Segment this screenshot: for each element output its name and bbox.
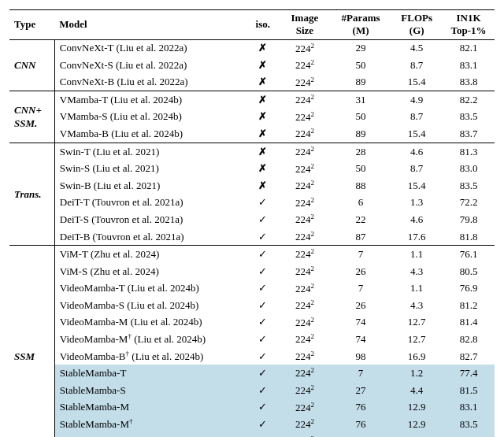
params: 98 bbox=[331, 348, 391, 365]
flops: 17.6 bbox=[391, 228, 443, 246]
flops: 12.7 bbox=[391, 314, 443, 331]
iso-cell: ✗ bbox=[247, 125, 279, 143]
top1: 72.2 bbox=[443, 194, 495, 212]
model-name: DeiT-B (Touvron et al. 2021a) bbox=[54, 228, 246, 246]
model-name: ConvNeXt-T (Liu et al. 2022a) bbox=[54, 39, 246, 57]
flops: 1.1 bbox=[391, 280, 443, 298]
table-row: DeiT-B (Touvron et al. 2021a)✓22428717.6… bbox=[9, 228, 495, 246]
col-type: Type bbox=[9, 10, 54, 40]
col-iso: iso. bbox=[247, 10, 279, 40]
table-row: StableMamba-M✓22427612.983.1 bbox=[9, 399, 495, 417]
iso-cell: ✓ bbox=[247, 416, 279, 433]
top1: 83.7 bbox=[443, 125, 495, 143]
table-row: DeiT-T (Touvron et al. 2021a)✓224261.372… bbox=[9, 194, 495, 212]
iso-cell: ✓ bbox=[247, 246, 279, 263]
params: 74 bbox=[331, 314, 391, 331]
iso-cell: ✓ bbox=[247, 211, 279, 228]
top1: 83.5 bbox=[443, 109, 495, 126]
model-name: DeiT-S (Touvron et al. 2021a) bbox=[54, 211, 246, 228]
model-name: VideoMamba-B† (Liu et al. 2024b) bbox=[54, 348, 246, 365]
table-row: VideoMamba-B† (Liu et al. 2024b)✓2242981… bbox=[9, 348, 495, 365]
table-row: DeiT-S (Touvron et al. 2021a)✓2242224.67… bbox=[9, 211, 495, 228]
flops: 4.3 bbox=[391, 263, 443, 280]
top1: 83.5 bbox=[443, 416, 495, 433]
flops: 16.9 bbox=[391, 348, 443, 365]
table-row: VMamba-S (Liu et al. 2024b)✗2242508.783.… bbox=[9, 109, 495, 126]
top1: 76.1 bbox=[443, 246, 495, 263]
iso-cell: ✓ bbox=[247, 399, 279, 417]
iso-cell: ✓ bbox=[247, 280, 279, 298]
flops: 15.4 bbox=[391, 177, 443, 194]
iso-cell: ✓ bbox=[247, 194, 279, 212]
flops: 12.9 bbox=[391, 399, 443, 417]
top1: 82.7 bbox=[443, 348, 495, 365]
params: 6 bbox=[331, 194, 391, 212]
model-name: VMamba-B (Liu et al. 2024b) bbox=[54, 125, 246, 143]
iso-cell: ✓ bbox=[247, 433, 279, 437]
group-type: CNN+SSM. bbox=[9, 91, 54, 143]
top1: 81.2 bbox=[443, 297, 495, 314]
top1: 83.5 bbox=[443, 177, 495, 194]
flops: 8.7 bbox=[391, 161, 443, 178]
table-row: VideoMamba-M (Liu et al. 2024b)✓22427412… bbox=[9, 314, 495, 331]
model-name: Swin-B (Liu et al. 2021) bbox=[54, 177, 246, 194]
image-size: 2242 bbox=[279, 399, 331, 417]
image-size: 2242 bbox=[279, 143, 331, 160]
image-size: 2242 bbox=[279, 74, 331, 91]
params: 89 bbox=[331, 74, 391, 91]
params: 27 bbox=[331, 382, 391, 399]
image-size: 2242 bbox=[279, 246, 331, 263]
image-size: 2242 bbox=[279, 297, 331, 314]
image-size: 2242 bbox=[279, 263, 331, 280]
header-row: Type Model iso. ImageSize #Params(M) FLO… bbox=[9, 10, 495, 40]
table-row: ViM-S (Zhu et al. 2024)✓2242264.380.5 bbox=[9, 263, 495, 280]
flops: 1.2 bbox=[391, 365, 443, 382]
group-type: Trans. bbox=[9, 143, 54, 245]
image-size: 2242 bbox=[279, 211, 331, 228]
model-name: VideoMamba-M† (Liu et al. 2024b) bbox=[54, 331, 246, 348]
iso-cell: ✗ bbox=[247, 74, 279, 91]
flops: 1.1 bbox=[391, 246, 443, 263]
table-row: VMamba-B (Liu et al. 2024b)✗22428915.483… bbox=[9, 125, 495, 143]
iso-cell: ✗ bbox=[247, 91, 279, 109]
params: 87 bbox=[331, 228, 391, 246]
params: 76 bbox=[331, 399, 391, 417]
params: 7 bbox=[331, 365, 391, 382]
model-name: StableMamba-M bbox=[54, 399, 246, 417]
image-size: 2242 bbox=[279, 416, 331, 433]
col-flops: FLOPs(G) bbox=[391, 10, 443, 40]
flops: 8.7 bbox=[391, 57, 443, 74]
table-row: StableMamba-M†✓22427612.983.5 bbox=[9, 416, 495, 433]
top1: 79.8 bbox=[443, 211, 495, 228]
params: 26 bbox=[331, 297, 391, 314]
model-name: ViM-T (Zhu et al. 2024) bbox=[54, 246, 246, 263]
top1: 82.8 bbox=[443, 331, 495, 348]
col-params: #Params(M) bbox=[331, 10, 391, 40]
flops: 4.6 bbox=[391, 143, 443, 160]
model-name: VMamba-T (Liu et al. 2024b) bbox=[54, 91, 246, 109]
table-row: Swin-B (Liu et al. 2021)✗22428815.483.5 bbox=[9, 177, 495, 194]
model-name: VideoMamba-T (Liu et al. 2024b) bbox=[54, 280, 246, 298]
image-size: 2242 bbox=[279, 57, 331, 74]
params: 7 bbox=[331, 246, 391, 263]
params: 7 bbox=[331, 280, 391, 298]
top1: 83.9 bbox=[443, 433, 495, 437]
model-name: DeiT-T (Touvron et al. 2021a) bbox=[54, 194, 246, 212]
table-row: StableMamba-T✓224271.277.4 bbox=[9, 365, 495, 382]
iso-cell: ✓ bbox=[247, 331, 279, 348]
params: 50 bbox=[331, 161, 391, 178]
table-row: VideoMamba-T (Liu et al. 2024b)✓224271.1… bbox=[9, 280, 495, 298]
table-row: CNNConvNeXt-T (Liu et al. 2022a)✗2242294… bbox=[9, 39, 495, 57]
model-name: ConvNeXt-S (Liu et al. 2022a) bbox=[54, 57, 246, 74]
iso-cell: ✗ bbox=[247, 109, 279, 126]
iso-cell: ✓ bbox=[247, 348, 279, 365]
params: 89 bbox=[331, 125, 391, 143]
model-name: ConvNeXt-B (Liu et al. 2022a) bbox=[54, 74, 246, 91]
iso-cell: ✗ bbox=[247, 161, 279, 178]
top1: 83.1 bbox=[443, 399, 495, 417]
iso-cell: ✓ bbox=[247, 365, 279, 382]
flops: 4.5 bbox=[391, 39, 443, 57]
flops: 15.4 bbox=[391, 74, 443, 91]
flops: 1.3 bbox=[391, 194, 443, 212]
table-row: VideoMamba-M† (Liu et al. 2024b)✓2242741… bbox=[9, 331, 495, 348]
